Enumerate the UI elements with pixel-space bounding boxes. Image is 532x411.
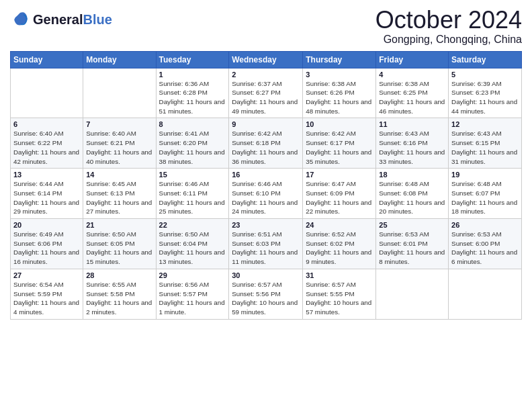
day-of-week-header: Saturday [449,51,522,68]
calendar-day-cell: 4Sunrise: 6:38 AMSunset: 6:25 PMDaylight… [376,68,449,118]
calendar-day-cell: 7Sunrise: 6:40 AMSunset: 6:21 PMDaylight… [83,118,156,169]
day-number: 27 [13,271,80,279]
calendar-day-cell: 31Sunrise: 6:57 AMSunset: 5:55 PMDayligh… [303,269,376,319]
day-info: Sunrise: 6:43 AMSunset: 6:15 PMDaylight:… [451,129,519,166]
day-number: 13 [13,171,80,179]
calendar-week-row: 27Sunrise: 6:54 AMSunset: 5:59 PMDayligh… [11,269,522,319]
calendar-day-cell: 15Sunrise: 6:46 AMSunset: 6:11 PMDayligh… [156,169,229,219]
day-info: Sunrise: 6:44 AMSunset: 6:14 PMDaylight:… [13,179,80,216]
calendar-day-cell: 16Sunrise: 6:46 AMSunset: 6:10 PMDayligh… [229,169,303,219]
calendar-day-cell: 19Sunrise: 6:48 AMSunset: 6:07 PMDayligh… [449,169,522,219]
calendar-day-cell [449,269,522,319]
month-title: October 2024 [375,7,522,34]
day-info: Sunrise: 6:49 AMSunset: 6:06 PMDaylight:… [13,230,80,267]
day-of-week-header: Tuesday [156,51,229,68]
day-of-week-header: Friday [376,51,449,68]
day-info: Sunrise: 6:46 AMSunset: 6:11 PMDaylight:… [159,179,226,216]
calendar-day-cell: 20Sunrise: 6:49 AMSunset: 6:06 PMDayligh… [11,219,83,269]
day-info: Sunrise: 6:37 AMSunset: 6:27 PMDaylight:… [232,79,300,116]
day-info: Sunrise: 6:48 AMSunset: 6:08 PMDaylight:… [379,179,445,216]
day-info: Sunrise: 6:57 AMSunset: 5:56 PMDaylight:… [232,280,300,317]
day-number: 10 [306,120,373,128]
day-info: Sunrise: 6:41 AMSunset: 6:20 PMDaylight:… [159,129,226,166]
day-number: 29 [159,271,226,279]
day-number: 21 [86,221,152,229]
calendar-week-row: 20Sunrise: 6:49 AMSunset: 6:06 PMDayligh… [11,219,522,269]
day-number: 6 [13,120,80,128]
day-number: 30 [232,271,300,279]
day-number: 26 [451,221,519,229]
day-info: Sunrise: 6:38 AMSunset: 6:26 PMDaylight:… [306,79,373,116]
day-number: 20 [13,221,80,229]
calendar-day-cell: 1Sunrise: 6:36 AMSunset: 6:28 PMDaylight… [156,68,229,118]
day-info: Sunrise: 6:36 AMSunset: 6:28 PMDaylight:… [159,79,226,116]
calendar-day-cell: 12Sunrise: 6:43 AMSunset: 6:15 PMDayligh… [449,118,522,169]
day-of-week-header: Thursday [303,51,376,68]
day-info: Sunrise: 6:50 AMSunset: 6:04 PMDaylight:… [159,230,226,267]
day-number: 24 [306,221,373,229]
day-info: Sunrise: 6:54 AMSunset: 5:59 PMDaylight:… [13,280,80,317]
day-of-week-header: Monday [83,51,156,68]
calendar-day-cell: 17Sunrise: 6:47 AMSunset: 6:09 PMDayligh… [303,169,376,219]
day-info: Sunrise: 6:43 AMSunset: 6:16 PMDaylight:… [379,129,445,166]
day-of-week-header: Sunday [11,51,83,68]
day-number: 2 [232,71,300,79]
calendar-day-cell: 24Sunrise: 6:52 AMSunset: 6:02 PMDayligh… [303,219,376,269]
day-info: Sunrise: 6:53 AMSunset: 6:01 PMDaylight:… [379,230,445,267]
day-info: Sunrise: 6:55 AMSunset: 5:58 PMDaylight:… [86,280,152,317]
day-number: 23 [232,221,300,229]
calendar-header-row: SundayMondayTuesdayWednesdayThursdayFrid… [11,51,522,68]
day-number: 4 [379,71,445,79]
calendar-day-cell: 9Sunrise: 6:42 AMSunset: 6:18 PMDaylight… [229,118,303,169]
day-info: Sunrise: 6:50 AMSunset: 6:05 PMDaylight:… [86,230,152,267]
calendar-day-cell: 13Sunrise: 6:44 AMSunset: 6:14 PMDayligh… [11,169,83,219]
day-number: 7 [86,120,152,128]
day-info: Sunrise: 6:52 AMSunset: 6:02 PMDaylight:… [306,230,373,267]
day-info: Sunrise: 6:39 AMSunset: 6:23 PMDaylight:… [451,79,519,116]
day-number: 3 [306,71,373,79]
calendar-day-cell: 11Sunrise: 6:43 AMSunset: 6:16 PMDayligh… [376,118,449,169]
calendar-day-cell: 23Sunrise: 6:51 AMSunset: 6:03 PMDayligh… [229,219,303,269]
logo-text: GeneralBlue [33,12,112,27]
calendar-day-cell: 6Sunrise: 6:40 AMSunset: 6:22 PMDaylight… [11,118,83,169]
day-info: Sunrise: 6:57 AMSunset: 5:55 PMDaylight:… [306,280,373,317]
calendar-day-cell: 10Sunrise: 6:42 AMSunset: 6:17 PMDayligh… [303,118,376,169]
day-info: Sunrise: 6:53 AMSunset: 6:00 PMDaylight:… [451,230,519,267]
calendar-day-cell: 3Sunrise: 6:38 AMSunset: 6:26 PMDaylight… [303,68,376,118]
calendar-week-row: 13Sunrise: 6:44 AMSunset: 6:14 PMDayligh… [11,169,522,219]
calendar-day-cell: 2Sunrise: 6:37 AMSunset: 6:27 PMDaylight… [229,68,303,118]
calendar-table: SundayMondayTuesdayWednesdayThursdayFrid… [10,51,522,320]
day-info: Sunrise: 6:48 AMSunset: 6:07 PMDaylight:… [451,179,519,216]
title-block: October 2024 Gongping, Chongqing, China [375,7,522,46]
calendar-day-cell: 25Sunrise: 6:53 AMSunset: 6:01 PMDayligh… [376,219,449,269]
day-info: Sunrise: 6:40 AMSunset: 6:22 PMDaylight:… [13,129,80,166]
day-number: 11 [379,120,445,128]
day-of-week-header: Wednesday [229,51,303,68]
day-info: Sunrise: 6:40 AMSunset: 6:21 PMDaylight:… [86,129,152,166]
day-number: 28 [86,271,152,279]
header: GeneralBlue October 2024 Gongping, Chong… [10,7,522,46]
day-info: Sunrise: 6:56 AMSunset: 5:57 PMDaylight:… [159,280,226,317]
day-number: 19 [451,171,519,179]
day-number: 31 [306,271,373,279]
calendar-week-row: 1Sunrise: 6:36 AMSunset: 6:28 PMDaylight… [11,68,522,118]
calendar-day-cell: 21Sunrise: 6:50 AMSunset: 6:05 PMDayligh… [83,219,156,269]
calendar-day-cell: 14Sunrise: 6:45 AMSunset: 6:13 PMDayligh… [83,169,156,219]
calendar-day-cell: 18Sunrise: 6:48 AMSunset: 6:08 PMDayligh… [376,169,449,219]
calendar-day-cell: 30Sunrise: 6:57 AMSunset: 5:56 PMDayligh… [229,269,303,319]
logo: GeneralBlue [10,9,112,30]
logo-icon [10,9,30,30]
day-number: 9 [232,120,300,128]
day-number: 17 [306,171,373,179]
day-info: Sunrise: 6:42 AMSunset: 6:17 PMDaylight:… [306,129,373,166]
calendar-day-cell: 28Sunrise: 6:55 AMSunset: 5:58 PMDayligh… [83,269,156,319]
calendar-day-cell: 29Sunrise: 6:56 AMSunset: 5:57 PMDayligh… [156,269,229,319]
location: Gongping, Chongqing, China [375,34,522,46]
calendar-day-cell: 26Sunrise: 6:53 AMSunset: 6:00 PMDayligh… [449,219,522,269]
day-number: 22 [159,221,226,229]
day-number: 16 [232,171,300,179]
day-number: 15 [159,171,226,179]
calendar-day-cell [376,269,449,319]
day-info: Sunrise: 6:46 AMSunset: 6:10 PMDaylight:… [232,179,300,216]
day-number: 8 [159,120,226,128]
